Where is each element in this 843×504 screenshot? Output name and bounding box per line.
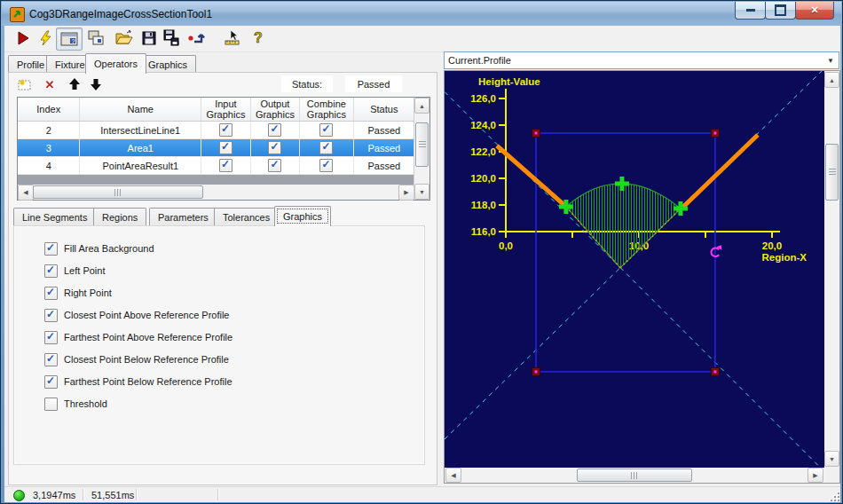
scroll-left-button[interactable]: ◀ (445, 468, 461, 483)
electrode-window-icon[interactable]: ? (56, 28, 83, 51)
svg-text:0,0: 0,0 (499, 240, 513, 251)
tab-regions[interactable]: Regions (93, 208, 146, 225)
table-vertical-scrollbar[interactable]: ▲ ▼ (414, 98, 429, 200)
option-label: Farthest Point Below Reference Profile (64, 376, 232, 387)
save-icon[interactable] (139, 28, 159, 48)
scrollbar-thumb[interactable] (33, 185, 203, 199)
live-run-icon[interactable] (36, 28, 56, 48)
svg-text:Region-X: Region-X (762, 252, 808, 263)
status-bar: 3,1947ms 51,551ms (4, 486, 840, 502)
combine-graphics-checkbox[interactable] (319, 159, 333, 172)
interactive-graphics-icon[interactable] (223, 28, 242, 48)
table-row[interactable]: 4 PointAreaResult1 Passed (18, 157, 414, 175)
help-icon[interactable]: ? (249, 28, 269, 48)
profile-chart[interactable]: 116,0118,0120,0122,0124,0126,00,010,020,… (445, 71, 824, 468)
status-value: Passed (345, 75, 402, 92)
chart-vertical-scrollbar[interactable]: ▲ ▼ (824, 71, 839, 468)
chevron-down-icon[interactable]: ▼ (823, 57, 839, 65)
threshold-checkbox[interactable] (44, 398, 58, 411)
sub-tab-strip: Line Segments Regions Parameters Toleran… (13, 206, 430, 225)
profile-selector-value: Current.Profile (445, 55, 823, 66)
col-header-combine-graphics[interactable]: Combine Graphics (300, 98, 353, 121)
input-graphics-checkbox[interactable] (219, 123, 232, 137)
scrollbar-thumb[interactable] (825, 144, 839, 201)
option-label: Fill Area Background (64, 243, 154, 254)
table-row[interactable]: 2 IntersectLineLine1 Passed (18, 122, 414, 139)
tab-line-segments[interactable]: Line Segments (13, 208, 96, 225)
col-header-index[interactable]: Index (18, 98, 80, 121)
col-header-input-graphics[interactable]: Input Graphics (201, 98, 251, 121)
closest-point-below-checkbox[interactable] (44, 353, 58, 366)
scroll-left-button[interactable]: ◀ (18, 185, 34, 201)
scroll-up-button[interactable]: ▲ (824, 72, 839, 88)
scroll-right-button[interactable]: ▶ (398, 185, 414, 201)
app-icon (10, 7, 25, 22)
new-operator-icon[interactable] (15, 75, 35, 93)
option-label: Closest Point Below Reference Profile (64, 354, 229, 365)
scroll-right-button[interactable]: ▶ (808, 468, 823, 483)
col-header-status[interactable]: Status (354, 98, 414, 121)
table-horizontal-scrollbar[interactable]: ◀ ▶ (18, 185, 414, 200)
delete-operator-icon[interactable]: ✕ (40, 75, 59, 93)
float-window-icon[interactable] (86, 28, 106, 48)
scroll-down-button[interactable]: ▼ (824, 451, 839, 467)
farthest-point-above-checkbox[interactable] (44, 331, 58, 344)
total-time: 51,551ms (91, 490, 134, 500)
window-controls: ✕ (736, 2, 834, 20)
output-graphics-checkbox[interactable] (268, 159, 281, 172)
combine-graphics-checkbox[interactable] (319, 141, 333, 154)
col-header-output-graphics[interactable]: Output Graphics (251, 98, 301, 121)
open-file-icon[interactable] (114, 28, 134, 48)
scrollbar-corner (824, 468, 839, 483)
svg-text:124,0: 124,0 (470, 120, 496, 130)
status-led-icon (13, 490, 25, 501)
scrollbar-thumb[interactable] (577, 469, 692, 482)
graphics-options-group: Fill Area Background Left Point Right Po… (13, 225, 425, 465)
profile-selector[interactable]: Current.Profile ▼ (444, 51, 839, 69)
closest-point-above-checkbox[interactable] (44, 309, 58, 322)
chart-horizontal-scrollbar[interactable]: ◀ ▶ (445, 468, 824, 483)
minimize-button[interactable] (735, 2, 766, 20)
input-graphics-checkbox[interactable] (219, 159, 232, 172)
resize-grip[interactable] (828, 490, 839, 501)
right-point-checkbox[interactable] (44, 287, 58, 300)
maximize-icon (775, 4, 786, 16)
save-as-icon[interactable] (162, 28, 182, 48)
main-tab-strip: Profile Fixture Operators Graphics (8, 53, 437, 73)
operators-table: Index Name Input Graphics Output Graphic… (17, 97, 430, 201)
maximize-button[interactable] (765, 2, 796, 20)
title-bar[interactable]: Cog3DRangeImageCrossSectionTool1 ✕ (2, 2, 841, 26)
reset-icon[interactable] (187, 28, 207, 48)
table-row[interactable]: 3 Area1 Passed (18, 139, 414, 157)
farthest-point-below-checkbox[interactable] (44, 375, 58, 389)
svg-text:?: ? (254, 30, 263, 45)
input-graphics-checkbox[interactable] (219, 141, 232, 154)
tab-parameters[interactable]: Parameters (149, 208, 217, 225)
move-down-icon[interactable] (86, 75, 106, 93)
scroll-up-button[interactable]: ▲ (414, 98, 429, 114)
output-graphics-checkbox[interactable] (268, 141, 281, 154)
svg-text:126,0: 126,0 (470, 93, 496, 104)
col-header-name[interactable]: Name (80, 98, 201, 121)
run-time: 3,1947ms (33, 490, 75, 500)
table-body: Index Name Input Graphics Output Graphic… (18, 98, 414, 200)
combine-graphics-checkbox[interactable] (319, 123, 333, 137)
option-label: Farthest Point Above Reference Profile (64, 332, 232, 343)
tab-graphics[interactable]: Graphics (139, 55, 196, 73)
table-header-row: Index Name Input Graphics Output Graphic… (18, 98, 414, 122)
left-point-checkbox[interactable] (44, 264, 58, 278)
tab-tolerances[interactable]: Tolerances (214, 208, 279, 225)
move-up-icon[interactable] (65, 75, 84, 93)
scroll-down-button[interactable]: ▼ (414, 184, 429, 200)
svg-text:?: ? (72, 38, 75, 44)
profile-chart-panel: 116,0118,0120,0122,0124,0126,00,010,020,… (444, 70, 840, 484)
window-title: Cog3DRangeImageCrossSectionTool1 (29, 8, 212, 20)
tab-operators[interactable]: Operators (85, 53, 146, 74)
tab-graphics-sub[interactable]: Graphics (274, 206, 331, 226)
scrollbar-thumb[interactable] (415, 122, 429, 167)
tool-window: Cog3DRangeImageCrossSectionTool1 ✕ ? ? (0, 0, 843, 504)
output-graphics-checkbox[interactable] (268, 123, 281, 137)
run-icon[interactable] (13, 28, 33, 48)
fill-area-background-checkbox[interactable] (44, 242, 58, 256)
close-button[interactable]: ✕ (795, 2, 834, 20)
